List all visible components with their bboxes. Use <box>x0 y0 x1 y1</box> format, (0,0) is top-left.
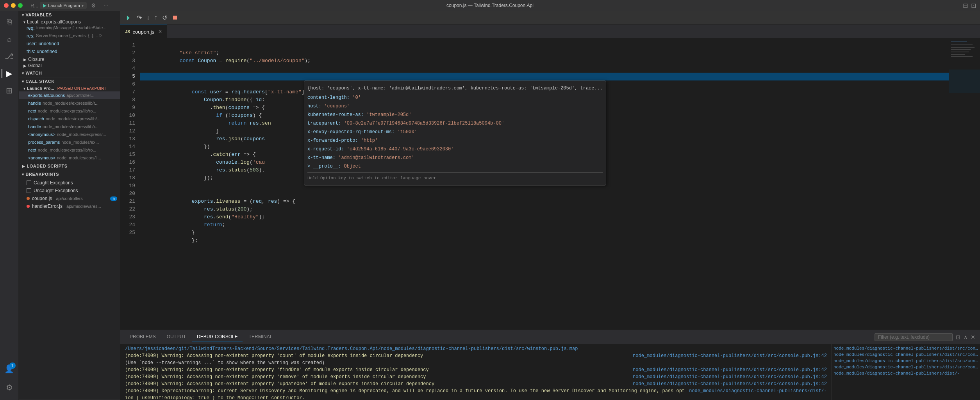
call-stack-item-6[interactable]: process_params node_modules/ex... <box>19 138 120 146</box>
call-stack-section: ▾ Call Stack ▾ Launch Pro... PAUSED ON B… <box>19 77 120 162</box>
line-num-6: 6 <box>120 80 140 88</box>
tooltip-proto: > __proto__: Object <box>307 162 603 171</box>
output-tab[interactable]: OUTPUT <box>162 332 191 341</box>
var-this[interactable]: this: undefined <box>19 48 120 56</box>
tooltip-tt-name: x-tt-name: 'admin@tailwindtraders.com' <box>307 154 603 162</box>
handler-error-dot <box>27 205 30 208</box>
panel-collapse-icon[interactable]: ∧ <box>964 334 968 340</box>
coupon-js-name: coupon.js <box>32 196 52 201</box>
bottom-panel: PROBLEMS OUTPUT DEBUG CONSOLE TERMINAL ⊡… <box>120 330 980 400</box>
source-control-activity-icon[interactable]: ⎇ <box>2 48 17 64</box>
launch-program-button[interactable]: ▶ Launch Program ▾ <box>40 2 86 9</box>
terminal-tab[interactable]: TERMINAL <box>244 332 277 341</box>
console-line-2: (Use `node --trace-warnings ...` to show… <box>125 359 827 366</box>
coupon-js-tab-label: coupon.js <box>132 29 154 35</box>
caught-exceptions-checkbox[interactable] <box>27 180 31 185</box>
run-debug-activity-icon[interactable]: ▶ <box>2 66 17 81</box>
debug-step-out-button[interactable]: ↑ <box>153 14 159 21</box>
panel-close-icon[interactable]: ✕ <box>971 334 975 340</box>
code-line-23: return; <box>140 213 949 221</box>
loaded-scripts-section: ▶ Loaded Scripts <box>19 162 120 170</box>
call-stack-header[interactable]: ▾ Call Stack <box>19 77 120 85</box>
loaded-scripts-label: Loaded Scripts <box>27 164 68 168</box>
coupon-js-tab-icon: JS <box>125 29 130 34</box>
debug-continue-button[interactable]: ⏵ <box>123 14 134 22</box>
variables-list: ▾ Local: exports.allCoupons req: Incomin… <box>19 19 120 69</box>
line-num-15: 15 <box>120 151 140 159</box>
handler-error-breakpoint[interactable]: handlerError.js api/middlewares... <box>19 202 120 210</box>
closure-group[interactable]: ▶ Closure <box>19 56 120 62</box>
local-group[interactable]: ▾ Local: exports.allCoupons <box>19 19 120 25</box>
cr-line-3: node_modules/diagnostic-channel-publishe… <box>834 358 978 364</box>
problems-tab[interactable]: PROBLEMS <box>125 332 161 341</box>
toggle-panel-button[interactable]: ⊡ <box>971 2 976 9</box>
handler-error-path: api/middlewares... <box>66 204 101 209</box>
code-content[interactable]: "use strict"; const Coupon = require("..… <box>140 38 949 330</box>
split-editor-button[interactable]: ⊟ <box>963 2 968 9</box>
call-stack-list: ▾ Launch Pro... PAUSED ON BREAKPOINT exp… <box>19 85 120 162</box>
settings-activity-icon[interactable]: ⚙ <box>2 380 17 395</box>
close-traffic-light[interactable] <box>4 3 9 8</box>
cr-line-2: node_modules/diagnostic-channel-publishe… <box>834 352 978 358</box>
code-editor[interactable]: 1 2 3 4 5 6 7 8 9 10 11 12 13 14 15 16 1 <box>120 38 980 330</box>
console-line-0: /Users/jessicadeen/git/TailwindTraders-B… <box>125 345 827 352</box>
debug-toolbar: ⏵ ↷ ↓ ↑ ↺ ⏹ <box>120 11 980 25</box>
coupon-js-tab-close[interactable]: ✕ <box>158 29 162 34</box>
loaded-scripts-header[interactable]: ▶ Loaded Scripts <box>19 162 120 170</box>
line-num-14: 14 <box>120 143 140 151</box>
console-filter-input[interactable] <box>875 333 953 341</box>
accounts-activity-icon[interactable]: 👤 1 <box>2 361 17 377</box>
call-stack-item-7[interactable]: next node_modules/express/lib/ro... <box>19 146 120 154</box>
variables-header[interactable]: ▾ Variables <box>19 11 120 19</box>
call-stack-item-0[interactable]: exports.allCoupons api/controller... <box>19 91 120 99</box>
svg-rect-3 <box>951 47 975 48</box>
var-user[interactable]: user: undefined <box>19 41 120 48</box>
variables-label: Variables <box>26 12 52 17</box>
uncaught-exceptions-checkbox[interactable] <box>27 188 31 193</box>
debug-more-button[interactable]: ··· <box>101 1 112 10</box>
coupon-js-tab[interactable]: JS coupon.js ✕ <box>120 25 167 38</box>
line-num-8: 8 <box>120 96 140 104</box>
global-group[interactable]: ▶ Global <box>19 62 120 69</box>
search-activity-icon[interactable]: ⌕ <box>2 31 17 47</box>
uncaught-exceptions-item: Uncaught Exceptions <box>19 187 120 195</box>
call-stack-item-2[interactable]: next node_modules/express/lib/ro... <box>19 107 120 115</box>
panel-layout-icon[interactable]: ⊡ <box>956 334 960 340</box>
call-stack-item-3[interactable]: dispatch node_modules/express/lib/... <box>19 115 120 123</box>
tooltip-traceparent: traceparent: '00-8c2e7a7fe97f194684d9748… <box>307 119 603 128</box>
line-num-22: 22 <box>120 205 140 213</box>
svg-rect-6 <box>951 54 965 55</box>
debug-console-tab[interactable]: DEBUG CONSOLE <box>192 332 243 341</box>
caught-exceptions-label: Caught Exceptions <box>34 180 73 186</box>
tooltip-timeout: x-envoy-expected-rq-timeout-ms: '15000' <box>307 128 603 136</box>
call-stack-item-4[interactable]: handle node_modules/express/lib/r... <box>19 123 120 130</box>
debug-step-over-button[interactable]: ↷ <box>135 14 143 21</box>
handler-error-name: handlerError.js <box>32 204 62 209</box>
debug-stop-button[interactable]: ⏹ <box>170 14 180 21</box>
console-line-5: (node:74009) Warning: Accessing non-exis… <box>125 380 827 388</box>
line-num-7: 7 <box>120 88 140 96</box>
breakpoints-header[interactable]: ▾ Breakpoints <box>19 170 120 178</box>
watch-header[interactable]: ▾ Watch <box>19 69 120 77</box>
code-line-1: "use strict"; <box>140 41 949 49</box>
minimap <box>949 38 980 330</box>
accounts-badge: 1 <box>9 362 16 369</box>
call-stack-group-launch[interactable]: ▾ Launch Pro... PAUSED ON BREAKPOINT <box>19 85 120 91</box>
var-res[interactable]: res: ServerResponse {_events: {..}, --D <box>19 33 120 41</box>
extensions-activity-icon[interactable]: ⊞ <box>2 83 17 98</box>
panel-content-area: /Users/jessicadeen/git/TailwindTraders-B… <box>120 344 980 400</box>
var-req[interactable]: req: IncomingMessage {_readableState... <box>19 25 120 33</box>
debug-step-into-button[interactable]: ↓ <box>145 14 151 21</box>
call-stack-item-8[interactable]: <anonymous> node_modules/cors/li... <box>19 154 120 162</box>
maximize-traffic-light[interactable] <box>18 3 23 8</box>
minimize-traffic-light[interactable] <box>11 3 16 8</box>
call-stack-item-5[interactable]: <anonymous> node_modules/express/... <box>19 130 120 138</box>
debug-restart-button[interactable]: ↺ <box>161 14 169 21</box>
coupon-js-breakpoint[interactable]: coupon.js api/controllers 5 <box>19 195 120 202</box>
line-num-17: 17 <box>120 166 140 174</box>
line-num-24: 24 <box>120 221 140 229</box>
explorer-activity-icon[interactable]: ⎘ <box>2 14 17 30</box>
call-stack-item-1[interactable]: handle node_modules/express/lib/r... <box>19 99 120 107</box>
tab-bar: JS coupon.js ✕ <box>120 25 980 38</box>
debug-settings-button[interactable]: ⚙ <box>88 1 99 10</box>
